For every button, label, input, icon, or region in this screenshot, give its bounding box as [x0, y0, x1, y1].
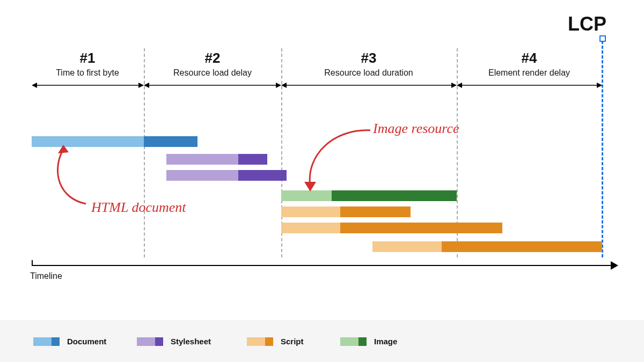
lcp-label: LCP [568, 13, 606, 35]
axis-label: Timeline [30, 271, 62, 281]
legend-stylesheet-label: Stylesheet [171, 337, 211, 346]
phase-4-label: Element render delay [488, 68, 570, 78]
bar-script1-dark [340, 206, 411, 217]
range-arrow-3 [281, 80, 457, 90]
bar-script2-light [281, 223, 340, 233]
svg-marker-11 [597, 83, 602, 88]
bar-script2-dark [340, 223, 502, 233]
bar-stylesheet2-light [166, 170, 238, 181]
phase-4-number: #4 [522, 50, 537, 67]
phase-3-number: #3 [361, 50, 377, 67]
svg-marker-1 [32, 83, 37, 88]
phase-3-label: Resource load duration [324, 68, 413, 78]
legend-script-label: Script [281, 337, 304, 346]
legend: Document Stylesheet Script Image [0, 320, 644, 362]
bar-script3-dark [442, 241, 602, 252]
annotation-arrow-image [301, 126, 376, 193]
svg-marker-10 [457, 83, 462, 88]
bar-document-dark [144, 136, 197, 147]
svg-marker-12 [58, 145, 69, 153]
phase-1-number: #1 [80, 50, 96, 67]
svg-marker-5 [276, 83, 281, 88]
bar-stylesheet1-light [166, 154, 238, 165]
timeline-axis [32, 265, 612, 266]
bar-stylesheet2-dark [238, 170, 287, 181]
range-arrow-4 [457, 80, 602, 90]
bar-script3-light [372, 241, 442, 252]
legend-image: Image [340, 337, 397, 346]
legend-script: Script [247, 337, 304, 346]
svg-marker-2 [138, 83, 144, 88]
bar-script1-light [281, 206, 340, 217]
phase-2-label: Resource load delay [173, 68, 252, 78]
phase-2-number: #2 [205, 50, 221, 67]
svg-marker-7 [281, 83, 287, 88]
annotation-html-document: HTML document [91, 200, 186, 216]
legend-document: Document [33, 337, 106, 346]
phase-divider-1 [144, 48, 145, 257]
legend-document-label: Document [67, 337, 106, 346]
range-arrow-2 [144, 80, 281, 90]
svg-marker-4 [144, 83, 149, 88]
svg-marker-14 [611, 261, 618, 270]
bar-stylesheet1-dark [238, 154, 267, 165]
lcp-dashed-line [602, 41, 603, 257]
range-arrow-1 [32, 80, 144, 90]
legend-image-label: Image [374, 337, 397, 346]
svg-marker-8 [451, 83, 457, 88]
annotation-image-resource: Image resource [373, 121, 459, 137]
phase-1-label: Time to first byte [56, 68, 119, 78]
svg-marker-13 [304, 182, 316, 191]
axis-arrow-icon [611, 261, 618, 270]
legend-stylesheet: Stylesheet [137, 337, 211, 346]
diagram-stage: LCP #1 Time to first byte #2 Resource lo… [0, 0, 644, 362]
